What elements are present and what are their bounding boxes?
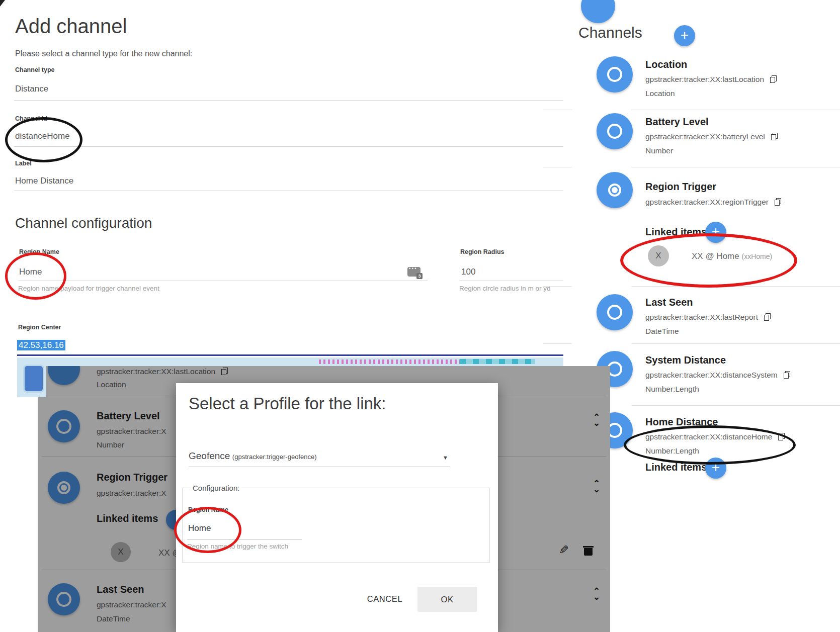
- page-intro: Please select a channel type for the new…: [15, 49, 192, 58]
- region-name-underline: [18, 281, 428, 281]
- channel-uid-text: gpstracker:tracker:XX:regionTrigger: [645, 198, 769, 206]
- copy-icon[interactable]: [770, 75, 777, 83]
- profile-select-detail: (gpstracker:trigger-geofence): [232, 453, 317, 461]
- annotation-ellipse-channel-id: [5, 117, 82, 162]
- region-radius-hint: Region circle radius in m or yd: [459, 285, 551, 292]
- location-channel-icon: [597, 56, 633, 93]
- row-divider: [631, 167, 840, 167]
- scrolled-plus-button[interactable]: [581, 0, 615, 23]
- row-divider: [631, 343, 840, 344]
- trigger-channel-icon: [597, 172, 633, 208]
- map-marks-pink: [319, 359, 465, 364]
- map-fragment-strip: [17, 357, 563, 366]
- profile-dialog: Select a Profile for the link: Geofence …: [176, 383, 498, 632]
- channel-uid-text: gpstracker:tracker:XX:batteryLevel: [645, 132, 765, 141]
- region-center-label: Region Center: [18, 324, 61, 331]
- channel-type: Number: [645, 146, 673, 155]
- profile-select-underline: [189, 467, 450, 467]
- map-marks-teal: [460, 359, 535, 364]
- copy-icon[interactable]: [775, 198, 781, 206]
- map-key-icon: [23, 365, 44, 393]
- channel-uid: gpstracker:tracker:XX:lastReport: [645, 313, 771, 322]
- channel-uid-text: gpstracker:tracker:XX:lastLocation: [645, 75, 764, 83]
- copy-icon[interactable]: [784, 371, 790, 379]
- dropdown-caret-icon[interactable]: [443, 455, 448, 461]
- channel-uid: gpstracker:tracker:XX:distanceSystem: [645, 371, 790, 380]
- channel-type: Location: [645, 89, 675, 98]
- ok-button[interactable]: OK: [417, 587, 477, 612]
- corner-artifact: [0, 0, 5, 7]
- input-helper-badge: 3: [416, 273, 423, 279]
- row-divider: [631, 110, 840, 110]
- lastseen-channel-icon: [597, 294, 633, 330]
- channel-uid: gpstracker:tracker:XX:regionTrigger: [645, 198, 781, 207]
- region-radius-input[interactable]: 100: [461, 267, 475, 277]
- profile-select[interactable]: Geofence (gpstracker:trigger-geofence): [189, 450, 317, 462]
- channel-type-input[interactable]: Distance: [15, 84, 48, 94]
- annotation-ellipse-linked-item: [620, 233, 797, 288]
- annotation-ellipse-region-name: [5, 252, 66, 300]
- config-heading: Channel configuration: [15, 215, 152, 231]
- label-field-label: Label: [15, 160, 32, 167]
- channel-type-label: Channel type: [15, 66, 55, 73]
- region-center-selected-text: 42.53,16.16: [17, 340, 65, 350]
- battery-channel-icon: [597, 113, 633, 149]
- add-channel-button[interactable]: +: [674, 25, 695, 46]
- annotation-ellipse-home-distance: [624, 425, 796, 465]
- row-divider: [543, 343, 572, 344]
- region-radius-label: Region Radius: [460, 248, 505, 255]
- row-divider: [543, 286, 572, 287]
- dialog-title: Select a Profile for the link:: [189, 394, 386, 413]
- channel-title: Battery Level: [645, 116, 709, 128]
- channel-title: Last Seen: [645, 297, 693, 308]
- channel-type: Number:Length: [645, 385, 699, 394]
- row-divider: [543, 167, 572, 167]
- channel-uid-text: gpstracker:tracker:XX:lastReport: [645, 313, 758, 321]
- label-field-input[interactable]: Home Distance: [15, 176, 73, 186]
- channels-heading: Channels: [578, 24, 642, 41]
- region-center-focus-underline: [17, 354, 563, 356]
- input-helper-icon[interactable]: 3: [407, 267, 421, 277]
- copy-icon[interactable]: [764, 313, 771, 321]
- configuration-legend: Configuration:: [191, 484, 241, 492]
- channel-type-underline: [14, 100, 563, 101]
- channel-title: System Distance: [645, 354, 726, 366]
- region-center-input[interactable]: 42.53,16.16: [17, 340, 65, 350]
- channel-type: DateTime: [645, 327, 679, 336]
- channel-title: Location: [645, 59, 687, 70]
- annotation-ellipse-dialog-region: [174, 507, 241, 553]
- channel-uid-text: gpstracker:tracker:XX:distanceSystem: [645, 371, 778, 379]
- channel-id-underline: [14, 146, 563, 147]
- map-fragment-corner: [17, 357, 46, 397]
- channel-uid: gpstracker:tracker:XX:lastLocation: [645, 75, 777, 84]
- channel-title: Region Trigger: [645, 181, 716, 193]
- row-divider: [631, 405, 840, 406]
- copy-icon[interactable]: [771, 133, 778, 140]
- cancel-button[interactable]: CANCEL: [357, 588, 412, 609]
- label-field-underline: [14, 191, 563, 191]
- row-divider: [543, 110, 572, 110]
- app-root: Add channel Please select a channel type…: [0, 0, 840, 632]
- channel-uid: gpstracker:tracker:XX:batteryLevel: [645, 132, 778, 141]
- page-title: Add channel: [15, 15, 127, 38]
- profile-select-value: Geofence: [189, 450, 230, 461]
